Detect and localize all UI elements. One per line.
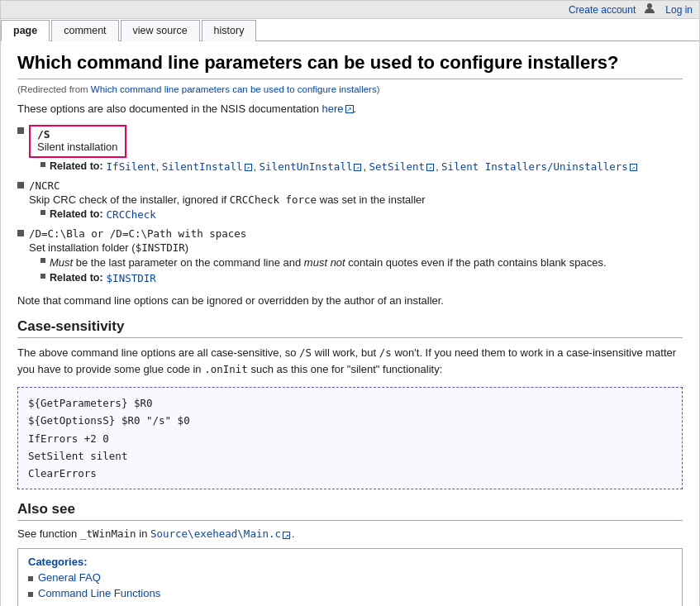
bullet-cat-2: [28, 592, 33, 597]
param-ncrc-code: /NCRC: [29, 179, 60, 192]
tabs-bar: page comment view source history: [1, 19, 699, 41]
source-path-link[interactable]: Source\exehead\Main.c: [150, 527, 281, 540]
code-line-5: ClearErrors: [28, 465, 672, 482]
case-sensitivity-title: Case-sensitivity: [17, 318, 683, 338]
param-item-d: /D=C:\Bla or /D=C:\Path with spaces Set …: [17, 227, 683, 284]
slash-s-lower-code: /s: [379, 346, 392, 359]
code-block: ${GetParameters} $R0 ${GetOptionsS} $R0 …: [17, 387, 683, 489]
redirect-notice: (Redirected from Which command line para…: [17, 84, 683, 94]
related-row-ncrc: Related to: CRCCheck: [40, 208, 683, 221]
instdir-code: $INSTDIR: [136, 241, 185, 254]
param-header-ncrc: /NCRC: [17, 179, 683, 192]
categories-title: Categories:: [28, 556, 672, 568]
bullet-d: [17, 230, 24, 236]
param-header-s: /S Silent installation: [17, 125, 683, 158]
bullet-related-ncrc: [40, 210, 45, 215]
cat-general-faq-link[interactable]: General FAQ: [38, 571, 101, 584]
cat-item-general-faq: General FAQ: [28, 571, 672, 584]
code-line-3: IfErrors +2 0: [28, 430, 672, 447]
oninit-code: .onInit: [204, 363, 248, 375]
svg-point-0: [647, 3, 652, 8]
page-title: Which command line parameters can be use…: [17, 51, 683, 79]
ext-s4: ↗: [630, 164, 637, 171]
code-line-1: ${GetParameters} $R0: [28, 394, 672, 412]
also-see-para: See function _tWinMain in Source\exehead…: [17, 527, 683, 540]
param-list: /S Silent installation Related to: IfSil…: [17, 125, 683, 284]
ext-s1: ↗: [245, 164, 252, 171]
related-links-d: $INSTDIR: [107, 272, 156, 284]
param-item-ncrc: /NCRC Skip CRC check of the installer, i…: [17, 179, 683, 221]
bullet-related-d: [40, 274, 45, 279]
related-row-s: Related to: IfSilent, SilentInstall↗, Si…: [40, 160, 683, 173]
param-s-box: /S Silent installation: [29, 125, 126, 158]
main-content: Which command line parameters can be use…: [1, 41, 699, 606]
related-setsilent[interactable]: SetSilent: [369, 160, 425, 173]
related-silent-installers[interactable]: Silent Installers/Uninstallers: [441, 160, 628, 173]
bullet-s: [17, 127, 24, 134]
note-text: Note that command line options can be ig…: [17, 294, 683, 307]
param-d-code: /D=C:\Bla or /D=C:\Path with spaces: [29, 227, 246, 240]
param-d-desc: Set installation folder ($INSTDIR): [29, 241, 683, 254]
bullet-must: [40, 258, 45, 263]
also-see-title: Also see: [17, 501, 683, 521]
case-sensitivity-para: The above command line options are all c…: [17, 345, 683, 379]
related-label-ncrc: Related to:: [50, 208, 103, 220]
param-s-desc: Silent installation: [37, 141, 118, 153]
param-item-s: /S Silent installation Related to: IfSil…: [17, 125, 683, 173]
related-silentinstall[interactable]: SilentInstall: [162, 160, 243, 173]
related-links-s: IfSilent, SilentInstall↗, SilentUnInstal…: [107, 160, 639, 173]
param-header-d: /D=C:\Bla or /D=C:\Path with spaces: [17, 227, 683, 240]
cat-item-cmd-line: Command Line Functions: [28, 587, 672, 599]
tab-comment[interactable]: comment: [51, 20, 118, 41]
related-label-d: Related to:: [50, 272, 103, 284]
param-ncrc-desc: Skip CRC check of the installer, ignored…: [29, 193, 683, 206]
categories-box: Categories: General FAQ Command Line Fun…: [17, 548, 683, 606]
related-ifsilent[interactable]: IfSilent: [107, 160, 156, 173]
related-instdir[interactable]: $INSTDIR: [107, 272, 156, 284]
related-silentuninstall[interactable]: SilentUnInstall: [260, 160, 353, 173]
cat-cmd-line-link[interactable]: Command Line Functions: [38, 587, 160, 599]
nsis-doc-link[interactable]: here: [322, 103, 344, 115]
code-line-2: ${GetOptionsS} $R0 "/s" $0: [28, 412, 672, 429]
tab-history[interactable]: history: [202, 20, 257, 41]
tab-view-source[interactable]: view source: [121, 20, 200, 41]
ext-link-icon: ↗: [345, 105, 354, 113]
log-in-link[interactable]: Log in: [665, 4, 693, 16]
intro-text: These options are also documented in the…: [17, 103, 683, 115]
ext-s3: ↗: [426, 164, 434, 171]
ext-s2: ↗: [354, 164, 361, 171]
bullet-ncrc: [17, 182, 24, 188]
bullet-related-s: [40, 162, 45, 167]
user-icon: [644, 2, 655, 17]
code-line-4: SetSilent silent: [28, 447, 672, 465]
redirect-link[interactable]: Which command line parameters can be use…: [91, 84, 377, 94]
create-account-link[interactable]: Create account: [569, 4, 636, 16]
bullet-cat-1: [28, 576, 33, 581]
page-wrapper: Create account Log in page comment view …: [0, 0, 700, 606]
sub-note-text-d: Must be the last parameter on the comman…: [50, 256, 607, 269]
related-crccheck[interactable]: CRCCheck: [107, 208, 156, 221]
sub-note-d: Must be the last parameter on the comman…: [40, 256, 683, 269]
tab-page[interactable]: page: [1, 20, 50, 41]
crccheck-force-code: CRCCheck force: [230, 193, 317, 206]
param-s-code: /S: [37, 128, 50, 141]
source-path-code: Source\exehead\Main.c: [150, 527, 281, 540]
top-bar: Create account Log in: [1, 1, 699, 19]
slash-s-code: /S: [299, 346, 312, 359]
related-links-ncrc: CRCCheck: [107, 208, 156, 221]
twainmain-func: _tWinMain: [80, 527, 136, 540]
related-label-s: Related to:: [50, 160, 103, 172]
related-row-d: Related to: $INSTDIR: [40, 272, 683, 284]
ext-also: ↗: [283, 532, 290, 539]
